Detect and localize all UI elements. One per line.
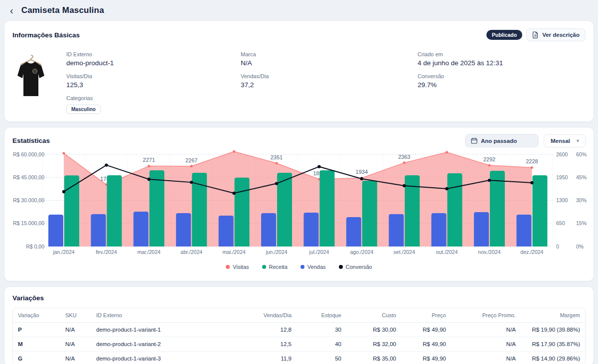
table-cell: N/A: [60, 337, 91, 352]
table-cell: R$ 35,00: [346, 352, 401, 364]
statistics-card: Estatísticas Ano passado Mensal ▼ 174622…: [4, 127, 594, 281]
left-axis-tick: R$ 15.000,00: [13, 220, 44, 226]
column-header: Preço Promo.: [451, 308, 521, 323]
page-title: Camiseta Masculina: [21, 5, 104, 15]
field-criado-em: Criado em 4 de junho de 2025 às 12:31: [418, 51, 586, 67]
visitas-label: 2292: [483, 156, 495, 162]
visitas-label: 2351: [271, 154, 283, 160]
date-range-button[interactable]: Ano passado: [465, 134, 539, 147]
table-cell: demo-product-1-variant-3: [91, 352, 237, 364]
basic-info-title: Informações Básicas: [12, 31, 80, 39]
field-categorias: Categorias Masculino: [66, 95, 241, 114]
basic-info-card: Informações Básicas Publicado Ver descri…: [4, 20, 594, 122]
x-axis-label: dez./2024: [520, 249, 543, 255]
visitas-label: 2267: [185, 157, 197, 163]
left-axis-tick: R$ 30.000,00: [13, 197, 44, 203]
statistics-title: Estatísticas: [12, 137, 50, 144]
table-cell: R$ 14,90 (29.86%): [521, 352, 585, 364]
legend-dot: [226, 265, 230, 269]
legend-item-visitas[interactable]: Visitas: [226, 264, 249, 270]
x-axis-label: abr./2024: [180, 249, 202, 255]
table-cell: G: [13, 352, 60, 364]
field-id-externo: ID Externo demo-product-1: [66, 51, 241, 67]
legend-item-receita[interactable]: Receita: [262, 264, 288, 270]
x-axis-label: jun./2024: [265, 249, 287, 255]
left-axis-tick: R$ 0,00: [26, 243, 44, 249]
column-header: Vendas/Dia: [237, 308, 297, 323]
right-axis-percent-tick: 45%: [576, 174, 587, 180]
x-axis-label: jul./2024: [309, 249, 329, 255]
legend-dot: [339, 265, 343, 269]
field-marca: Marca N/A: [241, 51, 418, 67]
document-icon: [532, 31, 539, 38]
x-axis-label: set./2024: [394, 249, 415, 255]
field-visitas-dia: Visitas/Dia 125,3: [66, 73, 241, 89]
right-axis-percent-tick: 15%: [576, 220, 587, 226]
table-cell: R$ 49,90: [401, 323, 451, 337]
table-cell: demo-product-1-variant-2: [91, 337, 237, 352]
chart-canvas: 174622712267235118971934236322922228R$ 6…: [12, 149, 587, 258]
table-cell: 12,5: [237, 337, 297, 352]
left-axis-tick: R$ 60.000,00: [13, 151, 44, 157]
table-cell: M: [13, 337, 60, 352]
variations-title: Variações: [12, 294, 586, 302]
table-cell: N/A: [451, 352, 521, 364]
table-cell: R$ 49,90: [401, 352, 451, 364]
legend-dot: [262, 265, 266, 269]
table-cell: 12,8: [237, 323, 297, 337]
product-image: [12, 51, 66, 114]
field-conversao: Conversão 29.7%: [418, 73, 586, 89]
x-axis-label: nov./2024: [478, 249, 501, 255]
page-header: ‹ Camiseta Masculina: [0, 0, 598, 20]
right-axis-count-tick: 1950: [556, 174, 568, 180]
variations-card: Variações VariaçãoSKUID ExternoVendas/Di…: [4, 286, 594, 364]
granularity-select[interactable]: Mensal ▼: [544, 134, 586, 147]
column-header: Preço: [401, 308, 451, 323]
view-description-button[interactable]: Ver descrição: [526, 28, 586, 41]
statistics-chart[interactable]: 174622712267235118971934236322922228R$ 6…: [12, 149, 586, 260]
right-axis-percent-tick: 60%: [576, 151, 587, 157]
x-axis-label: ago./2024: [350, 249, 373, 255]
visitas-label: 1934: [356, 169, 368, 175]
table-cell: demo-product-1-variant-1: [91, 323, 237, 337]
field-vendas-dia: Vendas/Dia 37,2: [241, 73, 418, 89]
column-header: Estoque: [297, 308, 346, 323]
status-badge: Publicado: [486, 30, 522, 40]
right-axis-percent-tick: 0%: [576, 243, 584, 249]
chevron-down-icon: ▼: [576, 138, 580, 143]
table-cell: N/A: [60, 352, 91, 364]
table-cell: R$ 30,00: [346, 323, 401, 337]
legend-item-converso[interactable]: Conversão: [339, 264, 372, 270]
table-row[interactable]: PN/Ademo-product-1-variant-112,830R$ 30,…: [13, 323, 585, 337]
x-axis-label: mar./2024: [137, 249, 160, 255]
right-axis-count-tick: 650: [556, 220, 565, 226]
x-axis-label: mai./2024: [223, 249, 246, 255]
table-cell: 50: [297, 352, 346, 364]
visitas-label: 2271: [143, 157, 155, 163]
column-header: ID Externo: [91, 308, 237, 323]
back-button[interactable]: ‹: [9, 6, 14, 14]
right-axis-count-tick: 0: [556, 243, 559, 249]
legend-item-vendas[interactable]: Vendas: [300, 264, 326, 270]
column-header: Custo: [346, 308, 401, 323]
table-cell: R$ 19,90 (39.88%): [521, 323, 585, 337]
table-cell: P: [13, 323, 60, 337]
table-cell: 40: [297, 337, 346, 352]
x-axis-label: fev./2024: [96, 249, 117, 255]
right-axis-count-tick: 2600: [556, 151, 568, 157]
table-cell: R$ 49,90: [401, 337, 451, 352]
table-cell: 30: [297, 323, 346, 337]
table-row[interactable]: GN/Ademo-product-1-variant-311,950R$ 35,…: [13, 352, 585, 364]
column-header: Margem: [521, 308, 585, 323]
visitas-label: 2363: [398, 154, 410, 160]
category-chip: Masculino: [66, 105, 101, 114]
x-axis-label: jan./2024: [52, 249, 74, 255]
table-cell: R$ 32,00: [346, 337, 401, 352]
left-axis-tick: R$ 45.000,00: [13, 174, 44, 180]
table-row[interactable]: MN/Ademo-product-1-variant-212,540R$ 32,…: [13, 337, 585, 352]
hanger-icon: [20, 55, 41, 65]
legend-dot: [300, 265, 304, 269]
table-cell: 11,9: [237, 352, 297, 364]
calendar-icon: [471, 137, 477, 144]
column-header: Variação: [13, 308, 60, 323]
